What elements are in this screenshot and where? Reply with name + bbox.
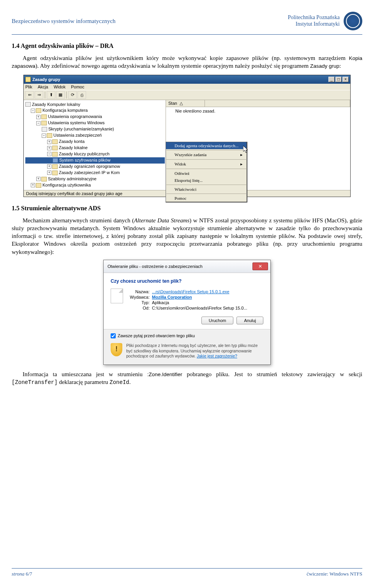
- ctx-refresh[interactable]: Odśwież: [166, 170, 247, 177]
- toolbar-fwd-icon[interactable]: ⇒: [35, 91, 43, 99]
- dlg-close-button[interactable]: ✕: [252, 262, 268, 270]
- folder-icon: [41, 114, 47, 119]
- tree-n1b2[interactable]: −Ustawienia zabezpieczeń: [25, 132, 165, 139]
- folder-icon: [52, 152, 58, 157]
- tree-root[interactable]: Zasady Komputer lokalny: [25, 102, 165, 108]
- tree-n1b1[interactable]: Skrypty (uruchamianie/zamykanie): [25, 126, 165, 132]
- tree-n1b[interactable]: −Ustawienia systemu Windows: [25, 120, 165, 126]
- svg-marker-0: [243, 146, 248, 153]
- collapse-icon[interactable]: −: [47, 152, 51, 156]
- folder-icon: [47, 133, 52, 138]
- folder-icon: [36, 183, 41, 188]
- gp-right-row[interactable]: Nie określono zasad.: [166, 107, 350, 115]
- col-empty[interactable]: [205, 100, 350, 107]
- gp-window-buttons: _ □ ×: [328, 77, 349, 82]
- tree-n1-label: Konfiguracja komputera: [42, 107, 88, 114]
- file-icon: [111, 289, 123, 303]
- dlg-buttons: Uruchom Anuluj: [111, 317, 263, 324]
- footer-right: ćwiczenie: Windows NTFS: [307, 571, 362, 577]
- ctx-view[interactable]: Widok▸: [166, 160, 247, 168]
- tree-n1b2e[interactable]: +Zasady zabezpieczeń IP w Kom: [25, 170, 165, 176]
- header-dept: Instytut Informatyki: [288, 21, 340, 28]
- ctx-properties[interactable]: Właściwości: [166, 186, 247, 193]
- tree-n1b1-label: Skrypty (uruchamianie/zamykanie): [48, 126, 114, 132]
- toolbar-export-icon[interactable]: ⎙: [78, 91, 86, 99]
- script-icon: [42, 127, 47, 132]
- val-wydawca[interactable]: Mozilla Corporation: [152, 295, 263, 299]
- expand-icon[interactable]: +: [47, 164, 51, 169]
- tree-n1c[interactable]: +Szablony administracyjne: [25, 176, 165, 182]
- menu-akcja[interactable]: Akcja: [38, 85, 48, 89]
- dlg-info: Nazwa:...rs\Downloads\Firefox Setup 15.0…: [111, 289, 263, 311]
- ctx-separator: [166, 169, 246, 169]
- collapse-icon[interactable]: −: [31, 109, 35, 113]
- ctx-export[interactable]: Eksportuj listę...: [166, 177, 247, 184]
- expand-icon[interactable]: +: [47, 171, 51, 175]
- expand-icon[interactable]: +: [31, 183, 35, 187]
- toolbar-up-icon[interactable]: ⬆: [47, 91, 55, 99]
- tree-efs-selected[interactable]: System szyfrowania plików: [25, 157, 165, 164]
- expand-icon[interactable]: +: [47, 140, 51, 144]
- tree-efs-label: System szyfrowania plików: [59, 157, 110, 164]
- section-1-4-paragraph: Agent odzyskiwania plików jest użytkowni…: [12, 54, 362, 70]
- collapse-icon[interactable]: −: [42, 134, 46, 138]
- expand-icon[interactable]: +: [47, 146, 51, 150]
- folder-icon: [52, 146, 58, 150]
- ctx-add-agent[interactable]: Dodaj agenta odzyskiwania danych...: [166, 142, 247, 149]
- ctx-separator: [166, 194, 246, 194]
- col-stan[interactable]: Stan △: [166, 100, 205, 107]
- toolbar-props-icon[interactable]: ▦: [56, 91, 65, 99]
- tree-n1[interactable]: −Konfiguracja komputera: [25, 107, 165, 114]
- submenu-arrow-icon: ▸: [240, 162, 243, 167]
- always-ask-checkbox[interactable]: Zawsze pytaj przed otwarciem tego pliku: [111, 333, 263, 338]
- ctx-separator: [166, 150, 246, 150]
- security-dialog: Otwieranie pliku - ostrzeżenie o zabezpi…: [103, 260, 271, 365]
- dlg-warning-text: Pliki pochodzące z Internetu mogą być uż…: [126, 343, 263, 359]
- minimize-button[interactable]: _: [328, 77, 335, 82]
- tree-n1b2b[interactable]: +Zasady lokalne: [25, 145, 165, 151]
- submenu-arrow-icon: ▸: [240, 152, 243, 157]
- run-button[interactable]: Uruchom: [201, 317, 234, 324]
- section-1-4-heading: 1.4 Agent odzyskiwania plików – DRA: [12, 42, 362, 49]
- tree-n1b2c[interactable]: −Zasady kluczy publicznych: [25, 151, 165, 157]
- dlg-title: Otwieranie pliku - ostrzeżenie o zabezpi…: [108, 264, 203, 269]
- collapse-icon[interactable]: −: [36, 121, 41, 125]
- ctx-help[interactable]: Pomoc: [166, 195, 247, 202]
- tree-n1a[interactable]: +Ustawienia oprogramowania: [25, 114, 165, 120]
- close-button[interactable]: ×: [342, 77, 349, 82]
- tree-n2[interactable]: +Konfiguracja użytkownika: [25, 182, 165, 188]
- val-nazwa[interactable]: ...rs\Downloads\Firefox Setup 15.0.1.exe: [152, 289, 263, 294]
- dlg-fields: Nazwa:...rs\Downloads\Firefox Setup 15.0…: [128, 289, 263, 311]
- ctx-all-tasks[interactable]: Wszystkie zadania▸: [166, 151, 247, 158]
- gp-menubar: Plik Akcja Widok Pomoc: [24, 84, 350, 90]
- menu-widok[interactable]: Widok: [54, 85, 66, 89]
- dlg-lower: Zawsze pytaj przed otwarciem tego pliku …: [104, 329, 270, 364]
- menu-plik[interactable]: Plik: [25, 85, 32, 89]
- tree-n1b2c-label: Zasady kluczy publicznych: [59, 151, 109, 157]
- row-typ: Typ:Aplikacja: [128, 300, 263, 305]
- policy-icon: [168, 108, 174, 114]
- toolbar-refresh-icon[interactable]: ⟳: [68, 91, 77, 99]
- always-ask-input[interactable]: [111, 333, 116, 338]
- expand-icon[interactable]: +: [36, 177, 41, 181]
- row-wydawca: Wydawca:Mozilla Corporation: [128, 295, 263, 299]
- tree-n1b-label: Ustawienia systemu Windows: [48, 120, 105, 126]
- ctx-help-label: Pomoc: [175, 196, 187, 201]
- dlg-content: Czy chcesz uruchomić ten plik? Nazwa:...…: [104, 273, 270, 329]
- section-1-5-heading: 1.5 Strumienie alternatywne ADS: [12, 205, 362, 212]
- p2-italic-ads: Alternate Data Streams: [134, 217, 189, 224]
- cancel-button[interactable]: Anuluj: [236, 317, 263, 324]
- folder-icon: [41, 121, 47, 125]
- closing-b: pobranego pliku. Jest to strumień teksto…: [182, 371, 362, 377]
- tree-n1b2a[interactable]: +Zasady konta: [25, 139, 165, 145]
- row-od: Od:C:\Users\omikron\Downloads\Firefox Se…: [128, 306, 263, 310]
- tree-n1b2d[interactable]: +Zasady ograniczeń oprogramow: [25, 164, 165, 170]
- gp-toolbar: ⇐ ⇒ ⬆ ▦ ⟳ ⎙: [24, 90, 350, 100]
- menu-pomoc[interactable]: Pomoc: [71, 85, 84, 89]
- warn-link[interactable]: Jakie jest zagrożenie?: [197, 354, 237, 358]
- closing-d: .: [129, 379, 131, 385]
- expand-icon[interactable]: +: [36, 115, 41, 119]
- maximize-button[interactable]: □: [335, 77, 342, 82]
- p1-text-c: :: [339, 63, 341, 69]
- toolbar-back-icon[interactable]: ⇐: [25, 91, 34, 99]
